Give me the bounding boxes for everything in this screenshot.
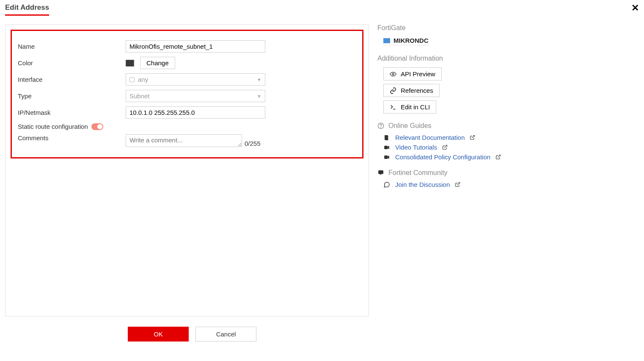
cancel-button[interactable]: Cancel: [195, 327, 256, 342]
api-preview-button[interactable]: API Preview: [383, 67, 442, 81]
edit-cli-button[interactable]: Edit in CLI: [383, 100, 436, 114]
svg-marker-9: [388, 155, 389, 158]
svg-rect-5: [384, 145, 388, 149]
video-icon: [383, 154, 390, 160]
references-label: References: [401, 87, 433, 94]
type-value: Subnet: [129, 92, 150, 100]
svg-rect-8: [384, 155, 388, 158]
svg-point-3: [381, 127, 381, 128]
label-name: Name: [18, 43, 126, 50]
eye-icon: [390, 71, 396, 78]
svg-line-10: [498, 155, 501, 158]
heading-fortigate: FortiGate: [377, 24, 555, 32]
link-policy-config[interactable]: Consolidated Policy Configuration: [395, 153, 490, 161]
svg-point-0: [392, 73, 394, 75]
comments-textarea[interactable]: [126, 134, 242, 147]
api-preview-label: API Preview: [401, 70, 435, 78]
interface-icon: [129, 77, 135, 82]
page-title: Edit Address: [5, 3, 49, 16]
video-icon: [383, 144, 390, 150]
type-select[interactable]: Subnet ▼: [126, 90, 265, 102]
edit-cli-label: Edit in CLI: [401, 103, 430, 111]
ip-netmask-input[interactable]: [126, 106, 265, 119]
label-ip-netmask: IP/Netmask: [18, 109, 126, 116]
svg-line-7: [444, 145, 447, 148]
chevron-down-icon: ▼: [257, 94, 261, 99]
svg-line-11: [457, 183, 460, 185]
interface-value: any: [138, 76, 148, 83]
heading-community: Fortinet Community: [388, 169, 448, 177]
heading-additional-info: Additional Information: [377, 55, 555, 62]
label-color: Color: [18, 59, 126, 67]
name-input[interactable]: [126, 40, 265, 53]
link-icon: [390, 87, 396, 94]
static-route-toggle[interactable]: [91, 123, 103, 130]
device-icon: [383, 38, 390, 43]
references-button[interactable]: References: [383, 84, 440, 97]
external-link-icon: [470, 135, 475, 140]
terminal-icon: [390, 104, 396, 111]
chevron-down-icon: ▼: [257, 77, 261, 82]
svg-line-4: [472, 136, 475, 138]
side-panel: FortiGate MIKRONDC Additional Informatio…: [377, 24, 555, 317]
link-documentation[interactable]: Relevant Documentation: [395, 134, 465, 141]
close-icon[interactable]: ✕: [631, 3, 639, 13]
change-color-button[interactable]: Change: [140, 57, 175, 69]
external-link-icon: [442, 144, 448, 150]
link-join-discussion[interactable]: Join the Discussion: [395, 181, 450, 188]
color-swatch-icon: [126, 60, 134, 67]
comments-icon: [377, 169, 384, 177]
svg-marker-6: [388, 145, 389, 149]
heading-online-guides: Online Guides: [388, 122, 431, 130]
comments-counter: 0/255: [245, 140, 261, 147]
speech-bubble-icon: [383, 181, 390, 188]
device-name: MIKRONDC: [394, 37, 429, 44]
book-icon: [383, 134, 390, 141]
ok-button[interactable]: OK: [128, 327, 189, 342]
external-link-icon: [455, 182, 460, 187]
link-video-tutorials[interactable]: Video Tutorials: [395, 144, 437, 151]
label-comments: Comments: [18, 134, 126, 142]
form-highlight-frame: Name Color Change Interface any ▼: [11, 30, 363, 158]
form-panel: Name Color Change Interface any ▼: [5, 24, 369, 317]
interface-select[interactable]: any ▼: [126, 73, 265, 86]
label-type: Type: [18, 92, 126, 100]
label-static-route: Static route configuration: [18, 123, 88, 130]
external-link-icon: [495, 154, 501, 160]
question-circle-icon: [377, 122, 384, 130]
label-interface: Interface: [18, 76, 126, 83]
